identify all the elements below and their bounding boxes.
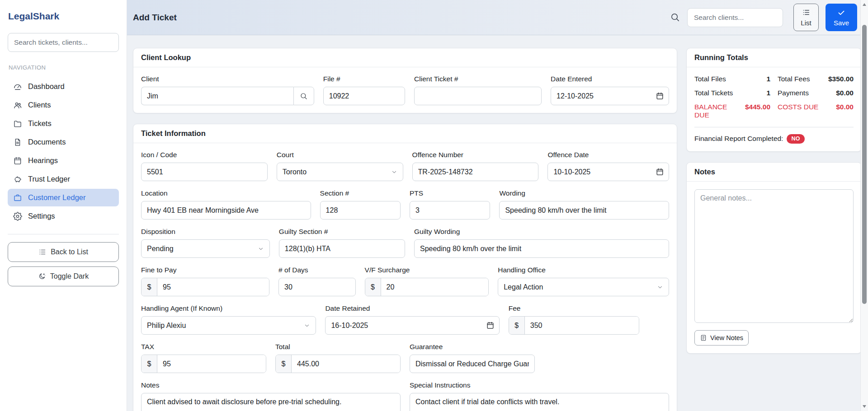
view-notes-label: View Notes xyxy=(710,334,743,341)
date-entered-input[interactable] xyxy=(551,87,669,105)
vf-surcharge-label: V/F Surcharge xyxy=(365,266,489,274)
briefcase-icon xyxy=(13,193,22,202)
client-lookup-card: Client Lookup Client xyxy=(133,48,677,113)
fine-to-pay-input[interactable] xyxy=(157,278,269,296)
payments-value: $0.00 xyxy=(836,89,854,97)
guilty-section-input[interactable] xyxy=(279,239,405,258)
disposition-select[interactable]: Pending xyxy=(141,239,270,258)
tax-input[interactable] xyxy=(157,355,266,373)
guilty-section-field: Guilty Section # xyxy=(279,228,405,258)
notes-list-icon xyxy=(700,334,707,341)
gear-icon xyxy=(13,212,22,221)
total-files-value: 1 xyxy=(766,75,770,83)
date-retained-field: Date Retained xyxy=(325,304,499,335)
client-lookup-search-button[interactable] xyxy=(293,87,314,105)
row-spacer xyxy=(544,343,669,373)
calendar-icon[interactable] xyxy=(656,168,664,176)
view-notes-button[interactable]: View Notes xyxy=(694,330,749,346)
offence-date-field: Offence Date xyxy=(547,151,669,181)
sidebar-item-tickets[interactable]: Tickets xyxy=(8,115,119,132)
fine-to-pay-label: Fine to Pay xyxy=(141,266,269,274)
guarantee-label: Guarantee xyxy=(410,343,535,351)
sidebar-item-trust-ledger[interactable]: Trust Ledger xyxy=(8,170,119,188)
date-retained-label: Date Retained xyxy=(325,304,499,313)
section-number-input[interactable] xyxy=(320,201,401,220)
file-number-input[interactable] xyxy=(323,87,405,105)
vf-surcharge-input[interactable] xyxy=(381,278,489,296)
special-instructions-textarea[interactable]: Contact client if trial date conflicts w… xyxy=(410,393,669,411)
save-button[interactable]: Save xyxy=(826,4,857,31)
notes-panel-title: Notes xyxy=(687,163,861,182)
special-instructions-field: Special Instructions Contact client if t… xyxy=(410,381,669,411)
calendar-icon[interactable] xyxy=(656,92,664,100)
total-label: Total xyxy=(275,343,401,351)
court-field: Court Toronto xyxy=(277,151,403,181)
list-view-button[interactable]: List xyxy=(793,4,819,31)
wording-input[interactable] xyxy=(499,201,669,220)
total-input[interactable] xyxy=(292,355,400,373)
scrollbar-down-arrow[interactable] xyxy=(863,405,866,408)
page-title: Add Ticket xyxy=(133,13,177,23)
notes-textarea[interactable]: Client advised to await disclosure befor… xyxy=(141,393,401,411)
client-field: Client xyxy=(141,75,314,105)
fee-field: Fee $ xyxy=(509,304,639,335)
pts-label: PTS xyxy=(410,189,490,197)
sidebar-item-documents[interactable]: Documents xyxy=(8,133,119,151)
sidebar-item-customer-ledger[interactable]: Customer Ledger xyxy=(8,189,119,206)
currency-prefix: $ xyxy=(142,278,157,296)
total-tickets-value: 1 xyxy=(766,89,770,97)
sidebar-item-label: Trust Ledger xyxy=(28,175,70,183)
court-select-value: Toronto xyxy=(283,168,307,176)
calendar-icon[interactable] xyxy=(486,321,495,330)
fee-input[interactable] xyxy=(525,317,639,334)
scrollbar[interactable] xyxy=(860,0,868,411)
client-lookup-title: Client Lookup xyxy=(133,48,677,67)
folder-icon xyxy=(13,119,22,128)
guilty-wording-input[interactable] xyxy=(414,239,669,258)
document-icon xyxy=(13,138,22,147)
file-number-field: File # xyxy=(323,75,405,105)
disposition-select-value: Pending xyxy=(147,245,174,253)
offence-number-input[interactable] xyxy=(412,163,539,181)
handling-office-label: Handling Office xyxy=(498,266,669,274)
scrollbar-thumb[interactable] xyxy=(862,25,867,304)
back-to-list-button[interactable]: Back to List xyxy=(8,242,119,262)
disposition-label: Disposition xyxy=(141,228,270,236)
court-label: Court xyxy=(277,151,403,159)
sidebar-item-settings[interactable]: Settings xyxy=(8,207,119,225)
clients-search-input[interactable] xyxy=(687,8,783,27)
general-notes-textarea[interactable] xyxy=(694,189,854,323)
pts-input[interactable] xyxy=(410,201,490,220)
disposition-field: Disposition Pending xyxy=(141,228,270,258)
icon-code-input[interactable] xyxy=(141,163,268,181)
moon-icon xyxy=(38,272,46,280)
navigation-section-label: NAVIGATION xyxy=(9,64,119,71)
toggle-dark-button[interactable]: Toggle Dark xyxy=(8,266,119,286)
scrollbar-up-arrow[interactable] xyxy=(863,3,866,6)
guarantee-input[interactable] xyxy=(410,355,535,373)
handling-agent-select[interactable]: Philip Alexiu xyxy=(141,316,316,335)
currency-prefix: $ xyxy=(509,317,525,334)
date-retained-input[interactable] xyxy=(325,316,499,335)
location-input[interactable] xyxy=(141,201,311,220)
sidebar-item-dashboard[interactable]: Dashboard xyxy=(8,78,119,95)
payments-label: Payments xyxy=(778,89,809,97)
summary-column: Running Totals Total Files 1 Total Fees … xyxy=(686,48,862,364)
sidebar-divider xyxy=(8,234,119,234)
handling-agent-field: Handling Agent (If Known) Philip Alexiu xyxy=(141,304,316,335)
client-ticket-number-input[interactable] xyxy=(414,87,542,105)
sidebar-item-clients[interactable]: Clients xyxy=(8,96,119,114)
currency-prefix: $ xyxy=(365,278,381,296)
sidebar-item-hearings[interactable]: Hearings xyxy=(8,152,119,169)
sidebar-search-input[interactable] xyxy=(8,33,119,52)
offence-date-input[interactable] xyxy=(547,163,669,181)
list-icon xyxy=(802,8,811,17)
num-days-input[interactable] xyxy=(278,278,355,296)
handling-office-select[interactable]: Legal Action xyxy=(498,278,669,296)
row-spacer xyxy=(648,304,669,335)
court-select[interactable]: Toronto xyxy=(277,163,403,181)
location-label: Location xyxy=(141,189,311,197)
offence-date-label: Offence Date xyxy=(547,151,669,159)
client-input[interactable] xyxy=(141,87,293,105)
vf-surcharge-field: V/F Surcharge $ xyxy=(365,266,489,296)
